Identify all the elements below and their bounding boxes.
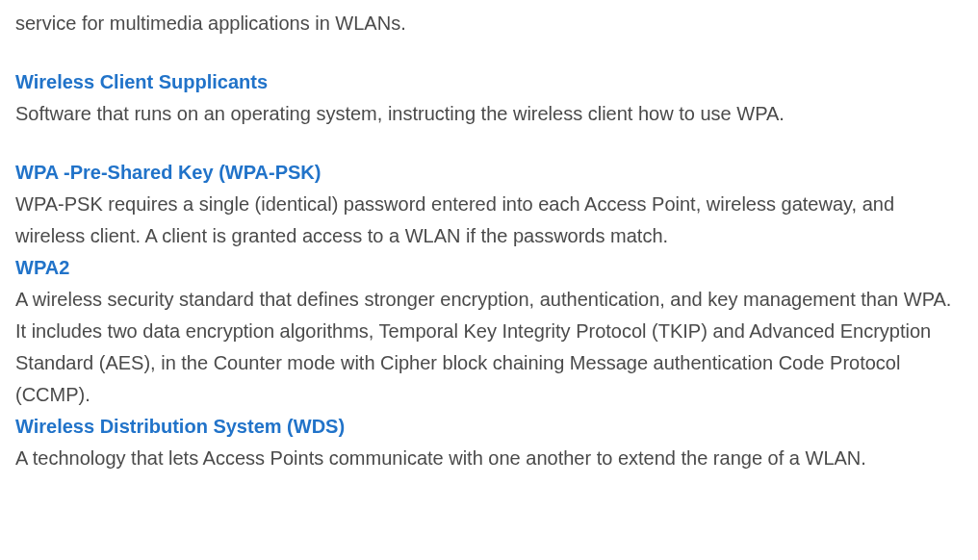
- definition-wds: A technology that lets Access Points com…: [15, 443, 963, 474]
- spacer: [15, 39, 963, 66]
- term-heading-wpa-psk: WPA -Pre-Shared Key (WPA-PSK): [15, 157, 963, 189]
- definition-wpa2: A wireless security standard that define…: [15, 284, 963, 411]
- spacer: [15, 130, 963, 157]
- term-heading-wds: Wireless Distribution System (WDS): [15, 411, 963, 443]
- definition-wpa-psk: WPA-PSK requires a single (identical) pa…: [15, 189, 963, 252]
- term-heading-wpa2: WPA2: [15, 252, 963, 284]
- partial-definition-top: service for multimedia applications in W…: [15, 8, 963, 39]
- glossary-content: service for multimedia applications in W…: [15, 8, 963, 474]
- term-heading-wireless-client-supplicants: Wireless Client Supplicants: [15, 66, 963, 98]
- definition-wireless-client-supplicants: Software that runs on an operating syste…: [15, 98, 963, 130]
